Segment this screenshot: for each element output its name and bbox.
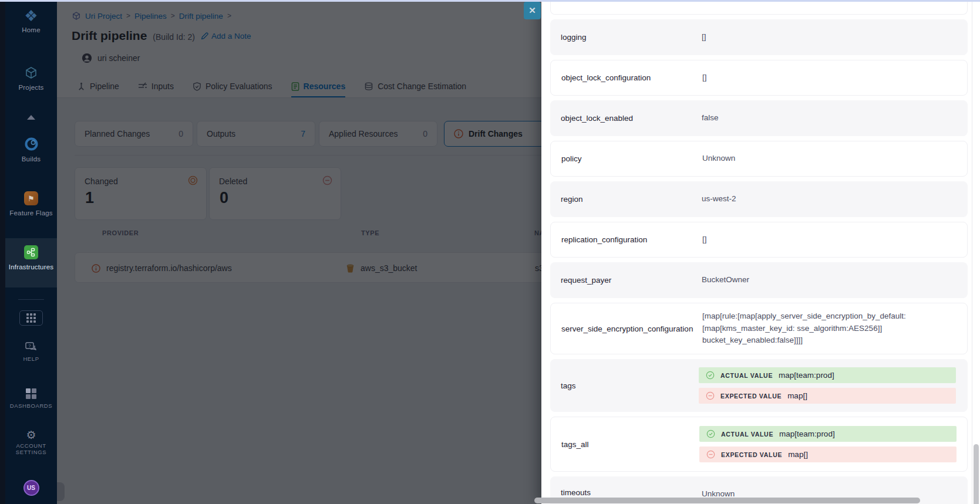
minus-circle-icon: [706, 391, 715, 400]
window-edge-strip: [0, 0, 5, 504]
attribute-key: server_side_encryption_configuration: [561, 324, 702, 333]
attribute-row: logging []: [550, 19, 968, 55]
sidebar-item-dashboards[interactable]: DASHBOARDS: [5, 388, 57, 409]
actual-value: map[team:prod]: [779, 429, 835, 438]
feature-flags-icon: ⚑: [24, 191, 38, 205]
actual-value-label: ACTUAL VALUE: [720, 372, 773, 379]
drawer-row-partial: [550, 0, 968, 15]
attribute-value: Unknown: [702, 153, 735, 165]
attribute-row: server_side_encryption_configuration [ma…: [550, 303, 968, 354]
sidebar-item-builds[interactable]: Builds: [5, 137, 57, 163]
module-sidebar: ❖ Home Projects Builds ⚑ Feature Flags: [5, 0, 57, 504]
expected-value-label: EXPECTED VALUE: [720, 393, 782, 400]
sidebar-item-label: SETTINGS: [16, 449, 46, 455]
minus-circle-icon: [706, 450, 715, 459]
projects-cube-icon: [24, 66, 38, 80]
sidebar-item-label: DASHBOARDS: [10, 402, 53, 409]
sidebar-item-feature-flags[interactable]: ⚑ Feature Flags: [5, 191, 57, 217]
attribute-key: object_lock_configuration: [561, 73, 702, 82]
expected-value-bar: EXPECTED VALUE map[]: [699, 388, 956, 404]
attribute-value: []: [702, 234, 707, 246]
sidebar-item-projects[interactable]: Projects: [5, 66, 57, 91]
drift-details-drawer: ✕ logging [] object_lock_configuration […: [541, 0, 980, 504]
sidebar-item-home[interactable]: ❖ Home: [5, 9, 57, 33]
attribute-row: request_payer BucketOwner: [550, 262, 968, 298]
gear-icon: ⚙: [26, 430, 36, 441]
sidebar-collapse-chevron[interactable]: [5, 115, 57, 120]
attribute-key: replication_configuration: [561, 235, 702, 244]
attribute-key: logging: [561, 33, 702, 42]
sidebar-item-label: Home: [22, 26, 40, 33]
attribute-key: timeouts: [561, 488, 702, 497]
actual-value-bar: ACTUAL VALUE map[team:prod]: [699, 367, 956, 383]
app-window: ❖ Home Projects Builds ⚑ Feature Flags: [0, 0, 980, 504]
svg-text:?: ?: [28, 343, 31, 349]
attribute-row: policy Unknown: [550, 141, 968, 177]
sidebar-item-account-settings[interactable]: ⚙ ACCOUNT SETTINGS: [5, 430, 57, 455]
module-picker-button[interactable]: [19, 310, 43, 326]
vertical-scrollbar-thumb[interactable]: [974, 444, 979, 504]
attribute-row-drifted: tags ACTUAL VALUE map[team:prod] EXPECTE…: [550, 359, 968, 412]
expected-value-bar: EXPECTED VALUE map[]: [699, 447, 957, 462]
help-chat-icon: ?: [25, 341, 38, 353]
sidebar-item-label: ACCOUNT: [16, 442, 46, 449]
attribute-value: [map[rule:[map[apply_server_side_encrypt…: [702, 310, 957, 347]
actual-value-label: ACTUAL VALUE: [721, 431, 773, 438]
attribute-key: region: [561, 195, 702, 204]
attribute-row-drifted: tags_all ACTUAL VALUE map[team:prod] EXP…: [550, 417, 968, 472]
apps-grid-icon: [26, 313, 36, 323]
user-avatar[interactable]: US: [5, 480, 57, 496]
sidebar-item-infrastructures[interactable]: Infrastructures: [5, 245, 57, 270]
window-top-strip: [0, 0, 980, 2]
check-circle-icon: [706, 429, 715, 438]
sidebar-item-label: Infrastructures: [9, 263, 54, 270]
sidebar-item-help[interactable]: ? HELP: [5, 341, 57, 362]
home-icon: ❖: [24, 9, 38, 22]
attribute-key: request_payer: [561, 276, 702, 285]
builds-icon: [24, 137, 39, 151]
vertical-scrollbar[interactable]: [972, 0, 980, 504]
expected-value: map[]: [787, 391, 807, 400]
attribute-key: object_lock_enabled: [561, 114, 702, 123]
attribute-value: false: [702, 112, 719, 124]
attribute-value: us-west-2: [702, 193, 736, 205]
horizontal-scrollbar-thumb[interactable]: [534, 498, 920, 503]
attribute-value: BucketOwner: [702, 274, 749, 286]
attribute-key: tags: [561, 381, 702, 390]
sidebar-item-label: Builds: [22, 155, 41, 163]
chevron-up-icon: [27, 115, 35, 120]
attribute-key: tags_all: [561, 440, 702, 449]
avatar-initials: US: [23, 480, 39, 496]
actual-value-bar: ACTUAL VALUE map[team:prod]: [699, 426, 957, 442]
sidebar-divider: [18, 299, 44, 300]
sidebar-item-label: Feature Flags: [9, 209, 53, 217]
infrastructures-icon: [24, 245, 38, 259]
attribute-row: replication_configuration []: [550, 222, 968, 258]
attribute-key: policy: [561, 154, 702, 163]
attribute-value: []: [702, 72, 707, 84]
expected-value: map[]: [788, 450, 808, 459]
attribute-value: []: [702, 31, 706, 43]
attribute-row: object_lock_enabled false: [550, 100, 968, 136]
sidebar-item-label: Projects: [18, 84, 43, 91]
close-icon: ✕: [528, 5, 536, 16]
actual-value: map[team:prod]: [779, 371, 834, 380]
attribute-list: logging [] object_lock_configuration [] …: [550, 0, 968, 504]
expected-value-label: EXPECTED VALUE: [721, 451, 782, 458]
attribute-row: region us-west-2: [550, 181, 968, 217]
sidebar-item-label: HELP: [23, 356, 39, 362]
close-drawer-button[interactable]: ✕: [524, 2, 541, 19]
dashboards-icon: [26, 388, 36, 399]
attribute-row: object_lock_configuration []: [550, 60, 968, 96]
check-circle-icon: [706, 371, 715, 380]
